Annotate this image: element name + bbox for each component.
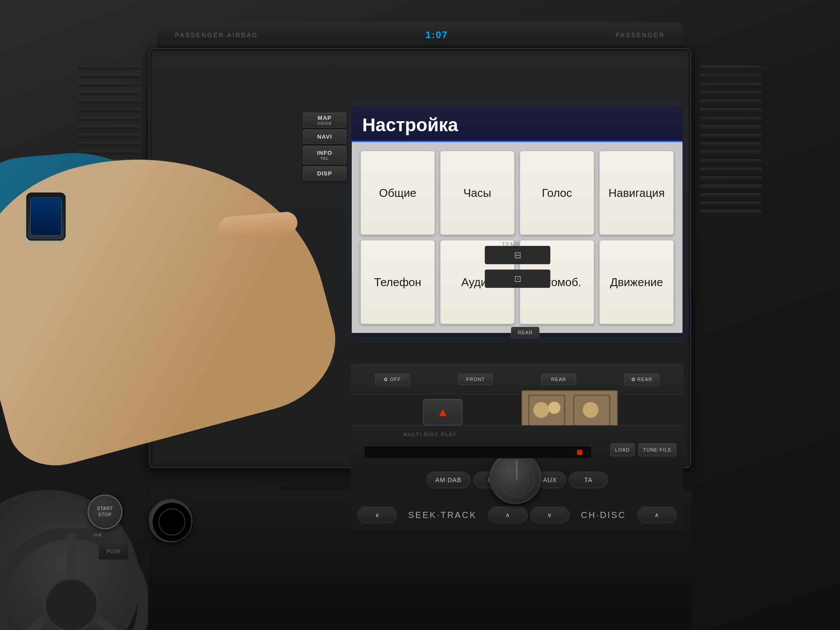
infotainment-screen: Настройка Общие Часы Голос Навигация [351,106,683,338]
menu-label-navigation: Навигация [609,186,665,200]
hazard-button[interactable]: ▲ [423,399,462,425]
disc-indicator [577,450,582,455]
ch-next-button[interactable]: ∧ [637,507,677,523]
vent-slat [700,193,761,197]
ta-button[interactable]: TA [569,472,608,488]
info-label: INFO [317,150,332,156]
vent-slat [700,134,761,138]
ac-controls-row: ✿ OFF FRONT REAR ✿ REAR [351,364,683,395]
disc-slot [364,446,592,458]
vent-slat [700,202,761,206]
menu-label-clock: Часы [463,186,491,200]
menu-label-general: Общие [379,186,416,200]
vent-slat [700,100,761,104]
vent-slat [79,100,140,104]
voice-sublabel: VOICE [305,121,344,126]
window-btn-2[interactable]: ⊡ [485,270,550,288]
airbag-label-left: PASSENGER AIRBAG [175,32,258,38]
gear-shift-knob[interactable] [149,499,192,542]
menu-label-traffic: Движение [610,276,663,289]
menu-item-traffic[interactable]: Движение [599,240,674,324]
car-interior: PASSENGER AIRBAG 1:07 PASSENGER MAP VOIC… [0,0,840,630]
vent-slat [700,142,761,146]
svg-line-14 [98,618,135,630]
fan-rear-button[interactable]: ✿ REAR [624,374,659,385]
svg-point-2 [533,402,549,418]
seek-track-label: SEEK·TRACK [399,510,486,520]
vent-right [700,66,761,214]
watch-screen [30,197,62,236]
screen-inner: Настройка Общие Часы Голос Навигация [352,107,682,337]
svg-point-3 [548,402,560,414]
vent-slat [79,83,140,87]
start-label: START [97,506,113,511]
menu-label-voice: Голос [542,186,572,200]
push-label: PUSH [107,549,121,554]
vent-slat [79,74,140,78]
vent-slat [700,117,761,121]
vent-slat [700,125,761,129]
hazard-triangle-icon: ▲ [437,405,449,419]
vent-slat [79,134,140,138]
passenger-label-right: PASSENGER [616,32,665,38]
rear-button[interactable]: REAR [511,327,539,338]
menu-item-phone[interactable]: Телефон [360,240,435,324]
menu-item-navigation[interactable]: Навигация [599,151,674,235]
navi-button[interactable]: NAVI [303,130,346,144]
vent-slat [700,159,761,163]
vent-slat [700,150,761,154]
vent-slat [700,108,761,112]
tune-file-button[interactable]: TUNE·FILE [638,443,676,456]
ch-prev-button[interactable]: ∨ [530,507,570,523]
window-btn-1[interactable]: ⊟ [485,246,550,264]
vent-slat [700,91,761,95]
multi-disc-label: MULTI·DISC PLAY [403,432,457,437]
window-controls: ⊟ ⊡ [485,246,550,288]
smartwatch [26,192,66,241]
fan-off-button[interactable]: ✿ OFF [375,374,410,385]
vent-slat [700,66,761,70]
nav-buttons-panel: MAP VOICE NAVI INFO TEL DISP [303,112,346,181]
tel-sublabel: TEL [305,156,344,161]
vent-slat [700,210,761,214]
svg-point-11 [45,579,98,630]
front-button[interactable]: FRONT [458,374,493,385]
menu-item-voice[interactable]: Голос [520,151,594,235]
push-button[interactable]: PUSH [98,542,129,560]
vent-slat [79,91,140,95]
vent-slat [700,176,761,180]
screen-title: Настройка [362,115,458,135]
seek-next-button[interactable]: ∧ [488,507,528,523]
screen-header: Настройка [352,107,682,142]
disp-button[interactable]: DISP [303,166,346,181]
menu-item-general[interactable]: Общие [360,151,435,235]
menu-label-phone: Телефон [374,276,421,289]
vent-slat [700,74,761,78]
settings-menu-grid: Общие Часы Голос Навигация Телефон [352,142,682,333]
vent-slat [79,142,140,146]
map-label: MAP [318,115,332,121]
top-bezel: PASSENGER AIRBAG 1:07 PASSENGER [158,22,682,48]
vent-slat [700,185,761,189]
vent-slat [79,108,140,112]
vent-slat [79,125,140,129]
vent-slat [79,66,140,70]
vent-slat [700,168,761,172]
ch-disc-label: CH·DISC [572,510,635,520]
am-dab-button[interactable]: AM·DAB [426,472,471,488]
start-stop-button[interactable]: START STOP [88,494,122,529]
vent-slat [79,117,140,121]
menu-item-clock[interactable]: Часы [440,151,514,235]
load-button[interactable]: LOAD [610,443,635,456]
window-icon-1: ⊟ [514,250,522,260]
info-tel-button[interactable]: INFO TEL [303,146,346,164]
start-stop-label: START STOP [97,506,113,518]
map-voice-button[interactable]: MAP VOICE [303,112,346,128]
tune-knob[interactable] [489,452,542,504]
rear-ac-button[interactable]: REAR [541,374,576,385]
svg-line-13 [8,618,45,630]
stop-label: STOP [98,512,112,517]
seek-prev-button[interactable]: ∨ [357,507,397,523]
clock-display: 1:07 [425,29,448,41]
svg-point-6 [583,402,598,418]
